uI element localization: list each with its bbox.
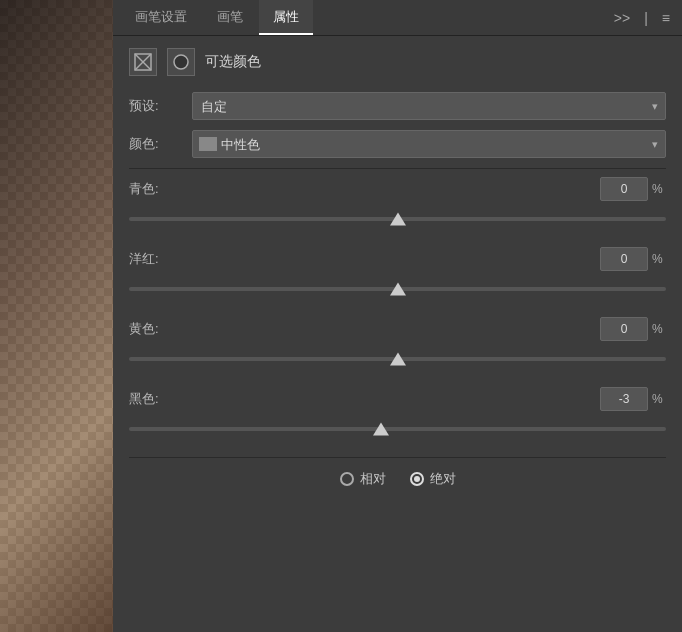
radio-relative-label: 相对 xyxy=(360,470,386,488)
section-header: 可选颜色 xyxy=(129,48,666,76)
expand-icon[interactable]: >> xyxy=(610,8,634,28)
black-slider-section: 黑色: % xyxy=(129,387,666,443)
yellow-label: 黄色: xyxy=(129,320,600,338)
black-input-wrap: % xyxy=(600,387,666,411)
cyan-track xyxy=(129,217,666,221)
yellow-thumb[interactable] xyxy=(390,353,406,366)
magenta-label: 洋红: xyxy=(129,250,600,268)
black-track-wrap[interactable] xyxy=(129,415,666,443)
menu-icon[interactable]: ≡ xyxy=(658,8,674,28)
radio-relative[interactable]: 相对 xyxy=(340,470,386,488)
black-label-row: 黑色: % xyxy=(129,387,666,411)
preset-select[interactable]: 自定 xyxy=(192,92,666,120)
magenta-track xyxy=(129,287,666,291)
black-thumb[interactable] xyxy=(373,423,389,436)
color-label: 颜色: xyxy=(129,135,184,153)
magenta-input-wrap: % xyxy=(600,247,666,271)
mask-icon xyxy=(134,53,152,71)
magenta-track-wrap[interactable] xyxy=(129,275,666,303)
color-select[interactable]: 中性色 xyxy=(192,130,666,158)
properties-panel: 画笔设置 画笔 属性 >> | ≡ xyxy=(113,0,682,632)
magenta-thumb[interactable] xyxy=(390,283,406,296)
radio-absolute-label: 绝对 xyxy=(430,470,456,488)
black-label: 黑色: xyxy=(129,390,600,408)
cyan-thumb[interactable] xyxy=(390,213,406,226)
radio-absolute-circle xyxy=(410,472,424,486)
preset-select-wrapper: 自定 ▾ xyxy=(192,92,666,120)
yellow-track-wrap[interactable] xyxy=(129,345,666,373)
black-unit: % xyxy=(652,392,666,406)
cyan-label: 青色: xyxy=(129,180,600,198)
section-title: 可选颜色 xyxy=(205,53,261,71)
yellow-unit: % xyxy=(652,322,666,336)
tab-bar: 画笔设置 画笔 属性 >> | ≡ xyxy=(113,0,682,36)
radio-absolute[interactable]: 绝对 xyxy=(410,470,456,488)
divider-1 xyxy=(129,168,666,169)
color-select-wrapper: 中性色 ▾ xyxy=(192,130,666,158)
yellow-label-row: 黄色: % xyxy=(129,317,666,341)
cyan-input-wrap: % xyxy=(600,177,666,201)
black-value-input[interactable] xyxy=(600,387,648,411)
circle-icon xyxy=(172,53,190,71)
yellow-slider-section: 黄色: % xyxy=(129,317,666,373)
tab-properties[interactable]: 属性 xyxy=(259,0,313,35)
black-track xyxy=(129,427,666,431)
radio-row: 相对 绝对 xyxy=(129,470,666,488)
tab-actions: >> | ≡ xyxy=(610,0,674,35)
divider-2 xyxy=(129,457,666,458)
color-swatch xyxy=(198,136,218,152)
magenta-label-row: 洋红: % xyxy=(129,247,666,271)
yellow-input-wrap: % xyxy=(600,317,666,341)
tab-brush[interactable]: 画笔 xyxy=(203,0,257,35)
magenta-value-input[interactable] xyxy=(600,247,648,271)
magenta-unit: % xyxy=(652,252,666,266)
image-canvas xyxy=(0,0,113,632)
cyan-value-input[interactable] xyxy=(600,177,648,201)
cyan-slider-section: 青色: % xyxy=(129,177,666,233)
svg-point-3 xyxy=(174,55,188,69)
yellow-value-input[interactable] xyxy=(600,317,648,341)
yellow-track xyxy=(129,357,666,361)
tab-brush-settings[interactable]: 画笔设置 xyxy=(121,0,201,35)
mask-icon-btn[interactable] xyxy=(129,48,157,76)
radio-relative-circle xyxy=(340,472,354,486)
cyan-track-wrap[interactable] xyxy=(129,205,666,233)
circle-icon-btn[interactable] xyxy=(167,48,195,76)
preset-row: 预设: 自定 ▾ xyxy=(129,92,666,120)
color-row: 颜色: 中性色 ▾ xyxy=(129,130,666,158)
magenta-slider-section: 洋红: % xyxy=(129,247,666,303)
cyan-label-row: 青色: % xyxy=(129,177,666,201)
panel-content: 可选颜色 预设: 自定 ▾ 颜色: 中性色 ▾ xyxy=(113,36,682,632)
preset-label: 预设: xyxy=(129,97,184,115)
cyan-unit: % xyxy=(652,182,666,196)
divider-line: | xyxy=(640,8,652,28)
